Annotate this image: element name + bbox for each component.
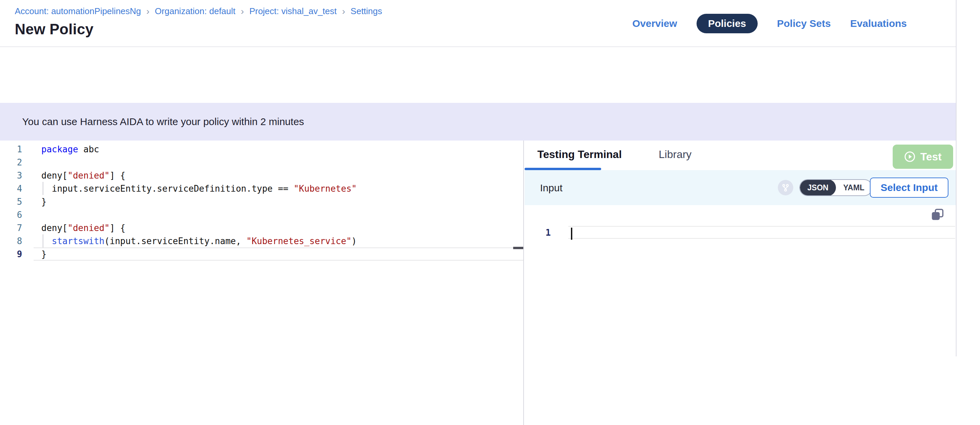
tab-library[interactable]: Library	[659, 148, 692, 161]
indent-guide	[43, 234, 43, 248]
code-line-content: startswith(input.serviceEntity.name, "Ku…	[33, 236, 357, 246]
breadcrumb-item-settings[interactable]: Settings	[351, 6, 382, 16]
play-icon	[904, 151, 916, 162]
testing-panel-tabs: Testing TerminalLibrary	[537, 141, 692, 168]
breadcrumb-item-account[interactable]: Account: automationPipelinesNg	[15, 6, 141, 16]
nav-item-evaluations[interactable]: Evaluations	[850, 18, 907, 29]
code-line-1[interactable]: 1package abc	[0, 142, 523, 156]
code-line-content: deny["denied"] {	[33, 223, 125, 233]
indent-guide	[43, 182, 43, 195]
line-number: 9	[0, 249, 33, 259]
line-number: 1	[0, 144, 33, 154]
page-header: Account: automationPipelinesNg›Organizat…	[0, 0, 956, 47]
page-scrollbar[interactable]	[956, 0, 980, 425]
breadcrumb-item-project[interactable]: Project: vishal_av_test	[249, 6, 337, 16]
line-number: 6	[0, 210, 33, 220]
input-section-header: Input JSONYAML Select Input	[525, 170, 956, 205]
chevron-right-icon: ›	[342, 7, 345, 16]
policy-code-editor[interactable]: 1package abc23deny["denied"] {4 input.se…	[0, 141, 524, 425]
line-number: 7	[0, 223, 33, 233]
nav-item-policy-sets[interactable]: Policy Sets	[777, 18, 831, 29]
nav-item-policies[interactable]: Policies	[697, 14, 757, 33]
branch-icon	[778, 180, 793, 195]
code-line-5[interactable]: 5}	[0, 195, 523, 208]
page-title: New Policy	[15, 21, 93, 38]
line-number: 4	[0, 184, 33, 194]
scrollbar-divider	[956, 0, 956, 356]
code-line-6[interactable]: 6	[0, 208, 523, 221]
select-input-button[interactable]: Select Input	[870, 177, 948, 198]
code-line-4[interactable]: 4 input.serviceEntity.serviceDefinition.…	[0, 182, 523, 195]
code-line-8[interactable]: 8 startswith(input.serviceEntity.name, "…	[0, 234, 523, 248]
input-editor-line-number: 1	[525, 227, 551, 239]
aida-banner-message: You can use Harness AIDA to write your p…	[22, 116, 304, 128]
code-line-content: package abc	[33, 144, 99, 154]
testing-panel: Testing TerminalLibrary Test Input JSONY…	[525, 141, 956, 425]
aida-banner: You can use Harness AIDA to write your p…	[0, 103, 956, 141]
line-number: 5	[0, 197, 33, 207]
code-line-content: deny["denied"] {	[33, 171, 125, 181]
input-label: Input	[540, 182, 563, 194]
test-button-label: Test	[920, 151, 941, 163]
code-line-content: input.serviceEntity.serviceDefinition.ty…	[33, 184, 357, 194]
chevron-right-icon: ›	[241, 7, 244, 16]
code-line-2[interactable]: 2	[0, 156, 523, 169]
line-number: 3	[0, 171, 33, 181]
line-number: 8	[0, 236, 33, 246]
input-editor-active-line-highlight	[568, 226, 955, 239]
chevron-right-icon: ›	[146, 7, 150, 16]
nav-item-overview[interactable]: Overview	[632, 18, 677, 29]
copy-icon[interactable]	[930, 208, 944, 222]
editor-overview-ruler-cursor-mark	[513, 247, 523, 249]
policy-toolbar: Default_Service_Policy Save Discard	[0, 48, 956, 103]
tab-testing-terminal[interactable]: Testing Terminal	[537, 148, 622, 161]
code-line-7[interactable]: 7deny["denied"] {	[0, 221, 523, 234]
line-number: 2	[0, 157, 33, 168]
select-input-label: Select Input	[881, 182, 938, 193]
active-tab-underline	[525, 168, 601, 170]
format-option-yaml[interactable]: YAML	[836, 179, 872, 196]
code-line-3[interactable]: 3deny["denied"] {	[0, 169, 523, 182]
editor-active-line-highlight	[33, 248, 523, 260]
code-line-content: }	[33, 197, 47, 207]
input-format-toggle: JSONYAML	[799, 179, 873, 196]
test-button[interactable]: Test	[892, 145, 953, 169]
module-nav: OverviewPoliciesPolicy SetsEvaluations	[632, 0, 907, 47]
input-editor-caret	[571, 228, 572, 240]
breadcrumb: Account: automationPipelinesNg›Organizat…	[15, 6, 382, 16]
breadcrumb-item-organization[interactable]: Organization: default	[155, 6, 235, 16]
format-option-json[interactable]: JSON	[800, 179, 836, 196]
